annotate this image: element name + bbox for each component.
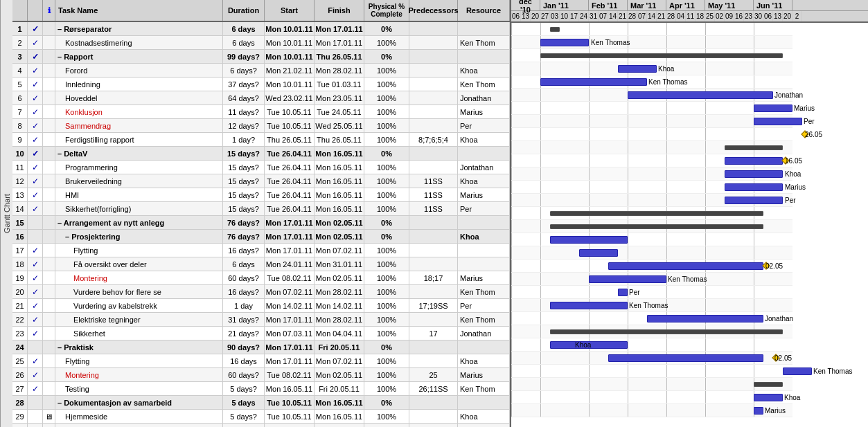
gantt-month: Jan '11 xyxy=(540,0,589,10)
row-duration: 60 days? xyxy=(223,368,265,381)
row-info xyxy=(43,50,55,63)
row-physical: 0% xyxy=(364,216,409,229)
row-finish: Mon 17.01.11 xyxy=(315,22,364,35)
row-start: Mon 14.02.11 xyxy=(265,299,315,312)
row-finish: Mon 28.02.11 xyxy=(315,64,364,77)
row-num: 3 xyxy=(12,50,28,63)
gantt-date: 28 xyxy=(628,11,637,21)
row-predecessors: 17;19SS xyxy=(409,299,458,312)
row-finish: Mon 23.05.11 xyxy=(315,91,364,105)
row-predecessors xyxy=(409,50,458,63)
row-finish: Wed 25.05.11 xyxy=(315,119,364,132)
row-start: Tue 26.04.11 xyxy=(265,202,315,215)
row-physical: 0% xyxy=(364,396,409,409)
row-predecessors xyxy=(409,257,458,271)
row-duration: 60 days? xyxy=(223,271,265,284)
row-resource xyxy=(458,216,510,229)
row-check: ✓ xyxy=(28,202,43,215)
gantt-body: Ken ThomasKhoaKen ThomasJonathanMariusPe… xyxy=(511,23,868,427)
row-duration: 16 days xyxy=(223,354,265,367)
row-physical: 100% xyxy=(364,244,409,257)
row-physical: 0% xyxy=(364,230,409,243)
row-start: Mon 24.01.11 xyxy=(265,257,315,271)
gantt-bar xyxy=(725,197,783,204)
row-resource xyxy=(458,147,510,160)
table-row: 27 ✓ Testing 5 days? Mon 16.05.11 Fri 20… xyxy=(12,382,510,396)
row-num: 30 xyxy=(12,424,28,427)
row-check: ✓ xyxy=(28,188,43,201)
gantt-bar xyxy=(550,224,763,229)
gantt-date: 14 xyxy=(608,11,618,21)
row-info xyxy=(43,354,55,367)
table-body: 1 ✓ – Rørseparator 6 days Mon 10.01.11 M… xyxy=(12,22,510,427)
row-predecessors xyxy=(409,244,458,257)
row-start: Mon 17.01.11 xyxy=(265,230,315,243)
row-resource xyxy=(458,396,510,409)
gantt-bar-label: Per xyxy=(629,289,640,296)
gantt-dates: 0613202703101724310714212807142128041118… xyxy=(511,11,868,21)
row-physical: 100% xyxy=(364,119,409,132)
gantt-date: 07 xyxy=(637,11,647,21)
row-info xyxy=(43,396,55,409)
row-info xyxy=(43,327,55,340)
row-start: Mon 17.01.11 xyxy=(265,340,315,354)
row-task: Elektriske tegninger xyxy=(55,313,223,326)
row-resource xyxy=(458,257,510,271)
row-task: Testing xyxy=(55,382,223,395)
row-resource: Marius xyxy=(458,368,510,381)
row-finish: Thu 26.05.11 xyxy=(315,50,364,63)
row-resource: Jonathan xyxy=(458,91,510,105)
row-check: ✓ xyxy=(28,354,43,367)
row-duration: 6 days xyxy=(223,257,265,271)
row-task: Sikkerhet(forrigling) xyxy=(55,202,223,215)
row-duration: 15 days? xyxy=(223,147,265,160)
gantt-bar-label: Per xyxy=(785,197,796,204)
row-info xyxy=(43,382,55,395)
row-finish: Mon 07.02.11 xyxy=(315,244,364,257)
row-num: 7 xyxy=(12,105,28,118)
row-resource: Per xyxy=(458,119,510,132)
row-check: ✓ xyxy=(28,313,43,326)
gantt-bar-label: Per xyxy=(804,118,815,125)
row-physical: 100% xyxy=(364,424,409,427)
row-finish: Mon 28.02.11 xyxy=(315,285,364,298)
row-duration: 76 days? xyxy=(223,216,265,229)
gantt-bar xyxy=(589,275,666,283)
gantt-bar-label: Khoa xyxy=(575,341,591,349)
row-task: – Dokumentasjon av samarbeid xyxy=(55,396,223,409)
gantt-row xyxy=(511,23,792,36)
row-predecessors: 11SS xyxy=(409,188,458,201)
row-start: Tue 08.02.11 xyxy=(265,271,315,284)
gantt-date: 02 xyxy=(715,11,725,21)
row-num: 23 xyxy=(12,327,28,340)
table-row: 6 ✓ Hoveddel 64 days? Wed 23.02.11 Mon 2… xyxy=(12,91,510,105)
row-resource xyxy=(458,22,510,35)
row-resource xyxy=(458,244,510,257)
table-row: 15 – Arrangement av nytt anlegg 76 days?… xyxy=(12,216,510,230)
col-header-physical: Physical % Complete xyxy=(364,0,409,21)
gantt-month: Mar '11 xyxy=(628,0,666,10)
row-resource: Khoa xyxy=(458,354,510,367)
gantt-date: 09 xyxy=(725,11,734,21)
row-physical: 100% xyxy=(364,64,409,77)
table-row: 24 – Praktisk 90 days? Mon 17.01.11 Fri … xyxy=(12,340,510,354)
table-row: 14 ✓ Sikkerhet(forrigling) 15 days? Tue … xyxy=(12,202,510,216)
row-finish: Tue 10.05.11 xyxy=(315,424,364,427)
gantt-date: 17 xyxy=(569,11,579,21)
gantt-date: 24 xyxy=(579,11,589,21)
gantt-date: 25 xyxy=(705,11,715,21)
gantt-row: Ken Thomas xyxy=(511,75,792,89)
row-physical: 100% xyxy=(364,327,409,340)
row-predecessors xyxy=(409,285,458,298)
gantt-bar-label: Ken Thomas xyxy=(629,302,668,309)
gantt-row xyxy=(511,49,792,62)
row-info xyxy=(43,64,55,77)
row-physical: 100% xyxy=(364,354,409,367)
gantt-row: Ken Thomas xyxy=(511,273,792,286)
row-finish: Mon 02.05.11 xyxy=(315,230,364,243)
row-task: – Praktisk xyxy=(55,340,223,354)
row-start: Mon 07.03.11 xyxy=(265,327,315,340)
table-row: 12 ✓ Brukerveiledning 15 days? Tue 26.04… xyxy=(12,174,510,188)
row-info xyxy=(43,91,55,105)
row-task: HMI xyxy=(55,188,223,201)
